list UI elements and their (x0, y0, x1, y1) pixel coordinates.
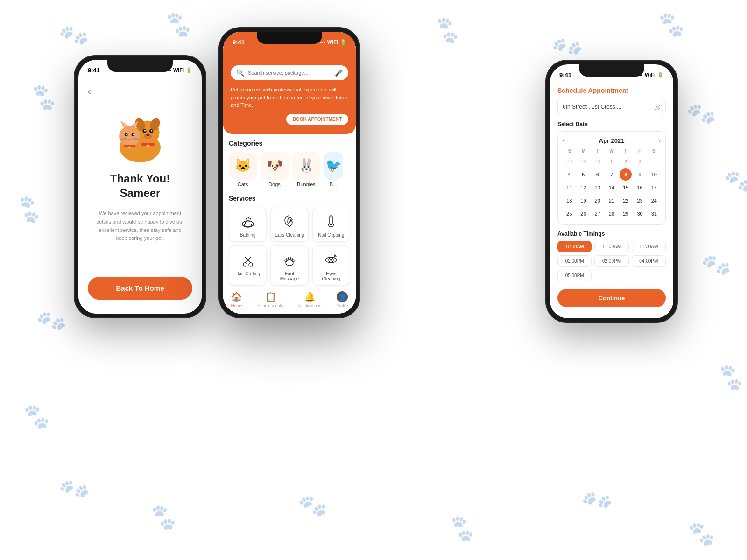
category-dogs[interactable]: 🐶 Dogs (261, 152, 289, 187)
phone-center-inner: 9:41 ▪▪▪ WiFi 🔋 🔍 🎤 Pet groomers with pr… (223, 32, 356, 314)
time-slot-0200pm-2[interactable]: 02:00PM (594, 255, 628, 267)
service-ears-cleaning[interactable]: Ears Cleaning (270, 207, 308, 242)
cal-cell[interactable]: 28 (563, 155, 575, 168)
cal-cell[interactable]: 9 (634, 168, 646, 181)
nav-notifications[interactable]: 🔔 Notifications (298, 291, 321, 308)
service-eyes-cleaning[interactable]: Eyes Cleaning (312, 245, 350, 286)
time-slot-1000am[interactable]: 10:00AM (557, 241, 592, 252)
wifi-icon-c: WiFi (327, 39, 338, 45)
bunnies-label: Bunnies (297, 182, 316, 187)
cal-cell[interactable]: 10 (648, 168, 660, 181)
cal-cell[interactable]: 31 (648, 208, 660, 220)
bathing-label: Bathing (240, 232, 256, 238)
continue-button[interactable]: Continue (557, 289, 666, 307)
search-input[interactable] (248, 70, 331, 76)
service-nail-clipping[interactable]: Nail Clipping (312, 207, 350, 242)
cal-cell-selected[interactable]: 8 (620, 168, 632, 181)
cal-cell[interactable]: 6 (592, 168, 604, 181)
paw-icon: 🐾 (56, 471, 92, 507)
profile-icon: 👤 (337, 291, 348, 302)
birds-image: 🐦 (324, 152, 343, 180)
day-f: F (633, 148, 647, 154)
cal-cell[interactable]: 24 (648, 195, 660, 207)
service-bathing[interactable]: Bathing (229, 207, 267, 242)
category-bunnies[interactable]: 🐰 Bunnies (292, 152, 320, 187)
nav-profile[interactable]: 👤 Profile (336, 291, 348, 308)
category-cats[interactable]: 🐱 Cats (229, 152, 257, 187)
back-button[interactable]: ‹ (88, 86, 91, 97)
nav-home-label: Home (231, 303, 242, 308)
book-appointment-button[interactable]: BOOK APPOINTMENT (286, 114, 348, 125)
time-slot-0500pm[interactable]: 05:00PM (557, 270, 592, 281)
thank-you-title: Thank You! Sameer (110, 171, 170, 200)
thank-you-message: We have recieved your appointment detail… (88, 210, 192, 242)
battery-icon: 🔋 (186, 67, 192, 73)
eyes-cleaning-icon (324, 252, 338, 268)
cal-cell[interactable]: 5 (577, 168, 589, 181)
calendar-month: Apr 2021 (599, 137, 625, 144)
cal-prev-button[interactable]: ‹ (563, 136, 565, 145)
svg-point-41 (247, 259, 249, 261)
cal-cell[interactable]: 13 (592, 182, 604, 194)
cal-cell[interactable]: 11 (563, 182, 575, 194)
search-bar[interactable]: 🔍 🎤 (231, 65, 348, 80)
time-slot-1130am[interactable]: 11:30AM (632, 241, 666, 252)
cal-cell[interactable]: 17 (648, 182, 660, 194)
cal-cell[interactable]: 7 (606, 168, 618, 181)
cal-cell[interactable]: 21 (606, 195, 618, 207)
select-date-label: Select Date (550, 121, 673, 131)
cal-cell[interactable]: 30 (634, 208, 646, 220)
pet-illustration (103, 106, 177, 167)
nav-appointments[interactable]: 📋 Appointments (258, 291, 283, 308)
cal-cell[interactable]: 25 (563, 208, 575, 220)
cal-cell[interactable]: 15 (620, 182, 632, 194)
cal-cell[interactable]: 26 (577, 208, 589, 220)
cal-cell[interactable]: 28 (606, 208, 618, 220)
cal-cell[interactable]: 29 (620, 208, 632, 220)
cal-cell[interactable]: 23 (634, 195, 646, 207)
nav-home[interactable]: 🏠 Home (231, 291, 242, 308)
mic-icon[interactable]: 🎤 (335, 69, 343, 77)
home-header: 🔍 🎤 Pet groomers with professional exper… (223, 49, 356, 134)
time-slot-1100am[interactable]: 11:00AM (594, 241, 628, 252)
back-home-button[interactable]: Back To Home (88, 277, 192, 300)
hero-text: Pet groomers with professional experienc… (231, 86, 348, 109)
cal-cell[interactable]: 29 (577, 155, 589, 168)
home-icon: 🏠 (231, 291, 242, 302)
notch-center (257, 32, 322, 44)
dogs-image: 🐶 (261, 152, 289, 180)
paw-icon: 🐾 (713, 360, 747, 394)
cal-cell[interactable]: 16 (634, 182, 646, 194)
day-s1: S (563, 148, 577, 154)
cal-cell[interactable]: 12 (577, 182, 589, 194)
services-title: Services (229, 195, 350, 202)
cal-cell[interactable]: 2 (620, 155, 632, 168)
category-birds[interactable]: 🐦 B... (324, 152, 343, 187)
cal-cell[interactable]: 27 (592, 208, 604, 220)
cal-cell[interactable]: 14 (606, 182, 618, 194)
cal-cell[interactable] (648, 155, 660, 168)
cal-cell[interactable]: 19 (577, 195, 589, 207)
cal-cell[interactable]: 3 (634, 155, 646, 168)
svg-point-13 (119, 126, 140, 147)
nav-appointments-label: Appointments (258, 303, 283, 308)
time-slot-0400pm[interactable]: 04:00PM (632, 255, 666, 267)
cal-cell[interactable]: 4 (563, 168, 575, 181)
svg-point-12 (147, 145, 149, 147)
cal-next-button[interactable]: › (658, 136, 661, 145)
service-hair-cutting[interactable]: Hair Cutting (229, 245, 267, 286)
dogs-label: Dogs (268, 182, 281, 187)
cal-cell[interactable]: 1 (606, 155, 618, 168)
location-text: 6th Street , 1st Cross.... (563, 104, 650, 110)
cal-cell[interactable]: 20 (592, 195, 604, 207)
time-slot-0200pm[interactable]: 02:00PM (557, 255, 592, 267)
cal-cell[interactable]: 18 (563, 195, 575, 207)
cal-cell[interactable]: 22 (620, 195, 632, 207)
cal-cell[interactable]: 30 (592, 155, 604, 168)
svg-rect-33 (242, 224, 254, 224)
paw-icon: 🐾 (548, 28, 585, 65)
paw-icon: 🐾 (34, 304, 69, 338)
location-bar[interactable]: 6th Street , 1st Cross.... ◎ (557, 98, 666, 115)
service-foot-massage[interactable]: Foot Massage (270, 245, 308, 286)
cats-label: Cats (238, 182, 248, 187)
